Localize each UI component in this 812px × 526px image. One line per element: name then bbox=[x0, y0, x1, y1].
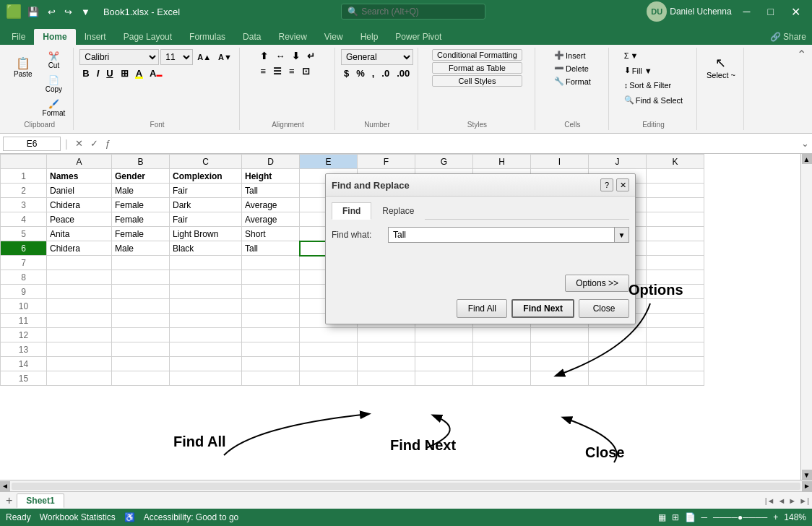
cell-b5[interactable]: Female bbox=[112, 227, 170, 241]
dialog-tab-replace[interactable]: Replace bbox=[371, 202, 425, 220]
cell-j12[interactable] bbox=[589, 328, 647, 342]
cell-a4[interactable]: Peace bbox=[47, 212, 112, 227]
cell-i12[interactable] bbox=[531, 328, 589, 342]
align-left-btn[interactable]: ≡ bbox=[257, 64, 269, 78]
cell-a15[interactable] bbox=[47, 371, 112, 386]
cell-c12[interactable] bbox=[170, 328, 242, 342]
currency-btn[interactable]: $ bbox=[341, 66, 352, 80]
cell-f12[interactable] bbox=[358, 328, 415, 342]
cell-a13[interactable] bbox=[47, 342, 112, 357]
h-scroll-thumb[interactable] bbox=[12, 483, 800, 490]
select-btn[interactable]: ↖ Select ~ bbox=[703, 49, 739, 85]
number-format-selector[interactable]: General bbox=[341, 49, 413, 65]
tab-view[interactable]: View bbox=[316, 29, 352, 45]
add-sheet-btn[interactable]: + bbox=[3, 494, 15, 507]
workbook-statistics-btn[interactable]: Workbook Statistics bbox=[40, 512, 116, 522]
cell-c8[interactable] bbox=[170, 270, 242, 285]
cell-e12[interactable] bbox=[300, 328, 358, 342]
cell-b13[interactable] bbox=[112, 342, 170, 357]
cell-b4[interactable]: Female bbox=[112, 212, 170, 227]
view-page-layout-icon[interactable]: ⊞ bbox=[672, 512, 679, 522]
cell-c11[interactable] bbox=[170, 314, 242, 328]
cell-c4[interactable]: Fair bbox=[170, 212, 242, 227]
cell-h12[interactable] bbox=[473, 328, 531, 342]
cell-k4[interactable] bbox=[647, 212, 704, 227]
tab-page-layout[interactable]: Page Layout bbox=[115, 29, 181, 45]
col-header-b[interactable]: B bbox=[112, 155, 170, 169]
align-middle-btn[interactable]: ↔ bbox=[272, 49, 288, 63]
cell-g13[interactable] bbox=[415, 342, 473, 357]
formula-input[interactable] bbox=[116, 137, 798, 150]
cell-a3[interactable]: Chidera bbox=[47, 198, 112, 212]
cell-d4[interactable]: Average bbox=[242, 212, 300, 227]
cell-d11[interactable] bbox=[242, 314, 300, 328]
cell-b2[interactable]: Male bbox=[112, 184, 170, 198]
cell-d1[interactable]: Height bbox=[242, 169, 300, 184]
cell-a1[interactable]: Names bbox=[47, 169, 112, 184]
qa-more-btn[interactable]: ▼ bbox=[78, 5, 93, 19]
cell-g14[interactable] bbox=[415, 357, 473, 371]
col-header-h[interactable]: H bbox=[473, 155, 531, 169]
insert-cells-btn[interactable]: ➕ Insert bbox=[550, 49, 595, 61]
tab-data[interactable]: Data bbox=[234, 29, 269, 45]
tab-home[interactable]: Home bbox=[34, 29, 75, 45]
col-header-e[interactable]: E bbox=[300, 155, 358, 169]
cell-c13[interactable] bbox=[170, 342, 242, 357]
col-header-f[interactable]: F bbox=[358, 155, 415, 169]
col-header-a[interactable]: A bbox=[47, 155, 112, 169]
cell-c7[interactable] bbox=[170, 256, 242, 270]
scroll-up-btn[interactable]: ▲ bbox=[802, 154, 812, 164]
cell-b10[interactable] bbox=[112, 299, 170, 314]
cell-k2[interactable] bbox=[647, 184, 704, 198]
cell-k12[interactable] bbox=[647, 328, 704, 342]
cell-a12[interactable] bbox=[47, 328, 112, 342]
col-header-j[interactable]: J bbox=[589, 155, 647, 169]
minimize-btn[interactable]: ─ bbox=[738, 3, 756, 20]
cell-a14[interactable] bbox=[47, 357, 112, 371]
align-center-btn[interactable]: ☰ bbox=[270, 64, 285, 78]
cancel-formula-icon[interactable]: ✕ bbox=[72, 137, 86, 150]
cell-reference-box[interactable] bbox=[3, 137, 61, 151]
tab-power-pivot[interactable]: Power Pivot bbox=[386, 29, 450, 45]
scroll-left-btn[interactable]: ◄ bbox=[0, 481, 10, 491]
tab-help[interactable]: Help bbox=[352, 29, 387, 45]
scroll-right-btn[interactable]: ► bbox=[802, 481, 812, 491]
cell-k15[interactable] bbox=[647, 371, 704, 386]
cell-e14[interactable] bbox=[300, 357, 358, 371]
scroll-down-btn[interactable]: ▼ bbox=[802, 470, 812, 480]
increase-decimal-btn[interactable]: .0 bbox=[379, 66, 392, 80]
cell-b9[interactable] bbox=[112, 285, 170, 299]
increase-font-btn[interactable]: A▲ bbox=[194, 51, 214, 63]
cell-d7[interactable] bbox=[242, 256, 300, 270]
undo-quick-btn[interactable]: ↩ bbox=[45, 5, 59, 19]
cell-k14[interactable] bbox=[647, 357, 704, 371]
search-input[interactable] bbox=[361, 7, 470, 17]
cell-k3[interactable] bbox=[647, 198, 704, 212]
cell-f13[interactable] bbox=[358, 342, 415, 357]
cell-a7[interactable] bbox=[47, 256, 112, 270]
align-top-btn[interactable]: ⬆ bbox=[257, 49, 271, 63]
cell-b3[interactable]: Female bbox=[112, 198, 170, 212]
merge-center-btn[interactable]: ⊡ bbox=[299, 64, 313, 78]
font-family-selector[interactable]: Calibri bbox=[79, 49, 159, 65]
cell-b14[interactable] bbox=[112, 357, 170, 371]
format-painter-btn[interactable]: 🖌️ Format bbox=[39, 97, 69, 119]
col-header-g[interactable]: G bbox=[415, 155, 473, 169]
zoom-out-btn[interactable]: ─ bbox=[701, 512, 708, 522]
cell-j14[interactable] bbox=[589, 357, 647, 371]
cell-c1[interactable]: Complexion bbox=[170, 169, 242, 184]
cell-c6[interactable]: Black bbox=[170, 241, 242, 256]
sheet-nav-first[interactable]: |◄ bbox=[765, 496, 775, 505]
options-btn[interactable]: Options >> bbox=[565, 275, 629, 292]
cell-a11[interactable] bbox=[47, 314, 112, 328]
fill-btn[interactable]: ⬇ Fill ▼ bbox=[619, 64, 688, 77]
cell-f15[interactable] bbox=[358, 371, 415, 386]
col-header-c[interactable]: C bbox=[170, 155, 242, 169]
autosum-btn[interactable]: Σ ▼ bbox=[619, 49, 688, 62]
cell-a9[interactable] bbox=[47, 285, 112, 299]
find-what-dropdown[interactable]: ▼ bbox=[614, 228, 629, 242]
cell-b1[interactable]: Gender bbox=[112, 169, 170, 184]
cell-e15[interactable] bbox=[300, 371, 358, 386]
cell-h13[interactable] bbox=[473, 342, 531, 357]
cell-k5[interactable] bbox=[647, 227, 704, 241]
